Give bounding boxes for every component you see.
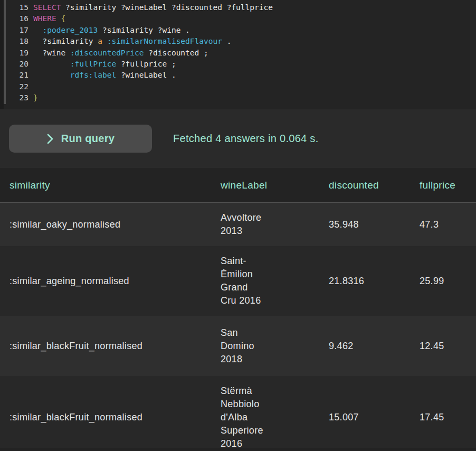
result-row: :similar_blackFruit_normalisedSan Domino…	[0, 316, 476, 376]
query-status-text: Fetched 4 answers in 0.064 s.	[173, 133, 319, 145]
code-token-plain	[33, 26, 42, 34]
code-line: 16WHERE {	[0, 13, 476, 24]
query-toolbar: Run query Fetched 4 answers in 0.064 s.	[0, 109, 476, 168]
sparql-editor[interactable]: 15SELECT ?similarity ?wineLabel ?discoun…	[0, 0, 476, 109]
code-line: 20 :fullPrice ?fullprice ;	[0, 59, 476, 70]
code-token-kw: WHERE	[33, 14, 56, 23]
code-token-plain: ?similarity ?wineLabel ?discounted ?full…	[61, 3, 273, 12]
cell-fullprice: 47.3	[420, 218, 468, 231]
cell-similarity: :similar_oaky_normalised	[9, 218, 221, 231]
code-token-iri: :podere_2013	[42, 26, 98, 34]
code-token-plain	[102, 37, 107, 45]
code-line: 23}	[0, 92, 476, 104]
line-number: 18	[9, 36, 28, 47]
column-header-discounted: discounted	[329, 180, 420, 191]
results-table-body: :similar_oaky_normalisedAvvoltore 201335…	[0, 203, 476, 451]
line-number: 20	[9, 59, 28, 70]
cell-fullprice: 17.45	[420, 411, 468, 424]
line-number: 17	[9, 25, 28, 36]
sparql-query-page: 15SELECT ?similarity ?wineLabel ?discoun…	[0, 0, 476, 451]
code-line: 17 :podere_2013 ?similarity ?wine .	[0, 25, 476, 36]
code-token-kw: SELECT	[33, 3, 61, 12]
editor-gutter-bar	[4, 0, 6, 104]
cell-winelabel: Stërmà Nebbiolo d'Alba Superiore 2016	[221, 384, 329, 450]
code-token-plain: ?fullprice ;	[116, 60, 176, 68]
code-token-brace: {	[61, 14, 65, 23]
line-number: 22	[9, 81, 28, 92]
result-row: :similar_blackFruit_normalisedStërmà Neb…	[0, 376, 476, 451]
result-row: :similar_ageing_normalisedSaint- Émilion…	[0, 246, 476, 316]
code-lines: 15SELECT ?similarity ?wineLabel ?discoun…	[0, 2, 476, 104]
line-number: 23	[9, 92, 28, 104]
cell-discounted: 35.948	[329, 218, 420, 231]
cell-discounted: 21.8316	[329, 275, 420, 288]
code-token-plain: ?wine	[33, 49, 70, 57]
code-token-iri: :fullPrice	[70, 60, 116, 68]
run-query-label: Run query	[61, 133, 115, 145]
line-number: 16	[9, 13, 28, 24]
cell-fullprice: 25.99	[420, 275, 468, 288]
cell-discounted: 9.462	[329, 340, 420, 353]
cell-fullprice: 12.45	[420, 340, 468, 353]
code-token-iri: :discountedPrice	[70, 49, 144, 57]
code-token-iri: :similarNormalisedFlavour	[107, 37, 222, 45]
cell-winelabel: Avvoltore 2013	[221, 211, 329, 238]
code-token-plain: ?discounted ;	[144, 49, 208, 57]
result-row: :similar_oaky_normalisedAvvoltore 201335…	[0, 203, 476, 246]
cell-discounted: 15.007	[329, 411, 420, 424]
cell-similarity: :similar_blackFruit_normalised	[9, 411, 221, 424]
code-line: 18 ?similarity a :similarNormalisedFlavo…	[0, 36, 476, 47]
results-table-header: similaritywineLabeldiscountedfullprice	[0, 168, 476, 203]
cell-similarity: :similar_blackFruit_normalised	[9, 340, 221, 353]
code-token-plain: ?similarity	[33, 37, 98, 45]
code-token-plain: .	[222, 37, 231, 45]
code-token-plain: ?similarity ?wine .	[98, 26, 190, 34]
code-token-atom: a	[98, 37, 102, 45]
code-line: 21 rdfs:label ?wineLabel .	[0, 70, 476, 81]
code-token-plain: ?wineLabel .	[116, 71, 176, 79]
column-header-similarity: similarity	[9, 180, 221, 191]
column-header-winelabel: wineLabel	[221, 180, 329, 191]
cell-similarity: :similar_ageing_normalised	[9, 275, 221, 288]
column-header-fullprice: fullprice	[420, 180, 468, 191]
line-number: 19	[9, 48, 28, 59]
line-number: 21	[9, 70, 28, 81]
cell-winelabel: Saint- Émilion Grand Cru 2016	[221, 255, 329, 307]
code-token-plain	[33, 60, 70, 68]
cell-winelabel: San Domino 2018	[221, 326, 329, 366]
code-token-plain	[33, 71, 70, 79]
code-token-brace: }	[33, 93, 38, 102]
editor-left-edge	[0, 0, 4, 109]
code-token-iri: rdfs:label	[70, 71, 116, 79]
code-line: 19 ?wine :discountedPrice ?discounted ;	[0, 48, 476, 59]
run-query-button[interactable]: Run query	[9, 125, 152, 153]
chevron-right-icon	[46, 133, 54, 145]
code-line: 22	[0, 81, 476, 92]
code-line: 15SELECT ?similarity ?wineLabel ?discoun…	[0, 2, 476, 13]
line-number: 15	[9, 2, 28, 13]
bottom-strip	[0, 448, 476, 451]
